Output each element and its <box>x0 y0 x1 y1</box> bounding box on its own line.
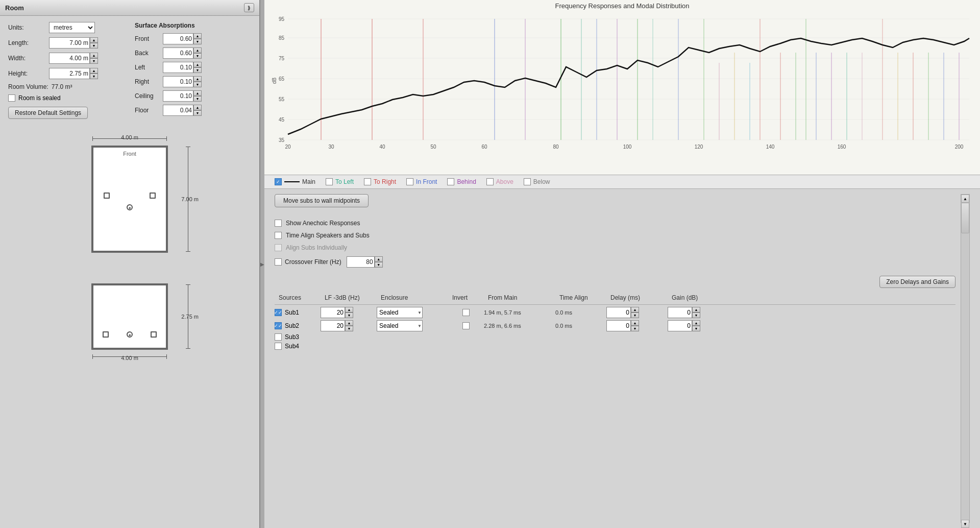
ceiling-up[interactable]: ▲ <box>193 90 202 96</box>
legend-behind-checkbox[interactable] <box>447 178 454 185</box>
crossover-checkbox[interactable] <box>275 258 282 266</box>
legend-to-right[interactable]: To Right <box>364 178 396 185</box>
sub2-delay-input[interactable] <box>606 320 631 331</box>
back-up[interactable]: ▲ <box>193 47 202 53</box>
sealed-checkbox[interactable] <box>8 94 15 102</box>
crossover-down[interactable]: ▼ <box>375 262 383 268</box>
width-down[interactable]: ▼ <box>90 58 98 64</box>
time-align-checkbox[interactable] <box>275 232 282 239</box>
legend-below-checkbox[interactable] <box>524 178 531 185</box>
left-input[interactable] <box>163 62 193 73</box>
right-down[interactable]: ▼ <box>193 82 202 87</box>
sub1-delay-input[interactable] <box>606 307 631 318</box>
length-up[interactable]: ▲ <box>90 37 98 43</box>
collapse-button[interactable]: ⟫ <box>244 3 254 12</box>
sub2-delay-up[interactable]: ▲ <box>631 320 639 326</box>
legend-behind[interactable]: Behind <box>447 178 476 185</box>
floor-input[interactable] <box>163 105 193 116</box>
height-up[interactable]: ▲ <box>90 68 98 74</box>
scrollbar-thumb[interactable] <box>961 203 969 233</box>
ceiling-input[interactable] <box>163 90 193 102</box>
length-input[interactable] <box>49 37 90 49</box>
floor-down[interactable]: ▼ <box>193 110 202 116</box>
units-select[interactable]: metres feet <box>49 22 95 33</box>
left-down[interactable]: ▼ <box>193 67 202 73</box>
sub4-checkbox[interactable] <box>275 343 282 350</box>
sub1-lf3db-input[interactable] <box>321 307 345 318</box>
align-subs-checkbox[interactable] <box>275 244 282 251</box>
sub1-lf3db-up[interactable]: ▲ <box>345 307 353 313</box>
chart-area: 95 85 75 65 55 45 35 <box>264 12 980 175</box>
legend-main-checkbox[interactable] <box>275 178 282 185</box>
sub2-gain-input[interactable] <box>668 320 692 331</box>
x-label-60: 60 <box>481 144 487 150</box>
room-box-side-view <box>91 283 168 350</box>
legend-to-right-checkbox[interactable] <box>364 178 371 185</box>
sub1-lf3db-down[interactable]: ▼ <box>345 313 353 318</box>
move-subs-button[interactable]: Move subs to wall midpoints <box>275 194 369 207</box>
ceiling-down[interactable]: ▼ <box>193 96 202 102</box>
sub2-lf3db-up[interactable]: ▲ <box>345 320 353 326</box>
width-up[interactable]: ▲ <box>90 53 98 58</box>
legend-to-left-checkbox[interactable] <box>326 178 333 185</box>
panel-divider[interactable] <box>260 0 264 528</box>
sub3-source-cell: Sub3 <box>275 333 321 341</box>
sub2-lf3db-input[interactable] <box>321 320 345 331</box>
height-label: Height: <box>8 70 49 77</box>
sub1-delay-up[interactable]: ▲ <box>631 307 639 313</box>
legend-in-front[interactable]: In Front <box>406 178 437 185</box>
right-panel-scrollbar[interactable]: ▲ ▼ <box>961 194 970 523</box>
sub2-enclosure-select[interactable]: Sealed Ported <box>377 320 423 331</box>
back-down[interactable]: ▼ <box>193 53 202 59</box>
sub1-gain-down[interactable]: ▼ <box>692 313 700 318</box>
sub2-lf3db-down[interactable]: ▼ <box>345 326 353 331</box>
x-label-40: 40 <box>379 144 385 150</box>
left-up[interactable]: ▲ <box>193 62 202 67</box>
crossover-up[interactable]: ▲ <box>375 256 383 262</box>
back-input[interactable] <box>163 47 193 59</box>
scrollbar-down-button[interactable]: ▼ <box>961 520 969 528</box>
sub1-enclosure-select[interactable]: Sealed Ported <box>377 307 423 318</box>
width-input[interactable] <box>49 53 90 64</box>
front-down[interactable]: ▼ <box>193 39 202 44</box>
right-speaker-dot[interactable] <box>150 193 156 199</box>
length-down[interactable]: ▼ <box>90 43 98 49</box>
crossover-input[interactable] <box>347 256 375 268</box>
left-speaker-side[interactable] <box>103 331 109 338</box>
sub1-checkbox[interactable]: ✓ <box>275 309 282 316</box>
legend-above[interactable]: Above <box>486 178 513 185</box>
sub1-gain-input[interactable] <box>668 307 692 318</box>
sub2-lf3db-cell: ▲ ▼ <box>321 320 377 331</box>
legend-to-left[interactable]: To Left <box>326 178 354 185</box>
height-down[interactable]: ▼ <box>90 74 98 79</box>
sub1-invert-checkbox[interactable] <box>462 309 470 316</box>
scrollbar-up-button[interactable]: ▲ <box>961 195 969 203</box>
legend-main[interactable]: Main <box>275 178 315 185</box>
legend-below[interactable]: Below <box>524 178 550 185</box>
sub2-delay-down[interactable]: ▼ <box>631 326 639 331</box>
left-speaker-dot[interactable] <box>104 193 110 199</box>
sub2-gain-down[interactable]: ▼ <box>692 326 700 331</box>
sub2-checkbox[interactable]: ✓ <box>275 322 282 329</box>
front-up[interactable]: ▲ <box>193 33 202 39</box>
listener-dot[interactable] <box>127 204 133 210</box>
right-up[interactable]: ▲ <box>193 76 202 82</box>
legend-above-checkbox[interactable] <box>486 178 494 185</box>
sub2-invert-checkbox[interactable] <box>462 322 470 329</box>
sub1-delay-down[interactable]: ▼ <box>631 313 639 318</box>
floor-up[interactable]: ▲ <box>193 105 202 110</box>
height-input[interactable] <box>49 68 90 79</box>
sub2-source-cell: ✓ Sub2 <box>275 322 321 329</box>
sealed-label: Room is sealed <box>18 94 61 102</box>
sub1-gain-up[interactable]: ▲ <box>692 307 700 313</box>
sub3-checkbox[interactable] <box>275 333 282 341</box>
restore-defaults-button[interactable]: Restore Default Settings <box>8 107 88 119</box>
legend-in-front-checkbox[interactable] <box>406 178 413 185</box>
front-input[interactable] <box>163 33 193 44</box>
zero-delays-button[interactable]: Zero Delays and Gains <box>879 276 955 288</box>
show-anechoic-checkbox[interactable] <box>275 220 282 227</box>
listener-side[interactable] <box>127 331 133 338</box>
right-input[interactable] <box>163 76 193 87</box>
sub2-gain-up[interactable]: ▲ <box>692 320 700 326</box>
right-speaker-side[interactable] <box>151 331 157 338</box>
